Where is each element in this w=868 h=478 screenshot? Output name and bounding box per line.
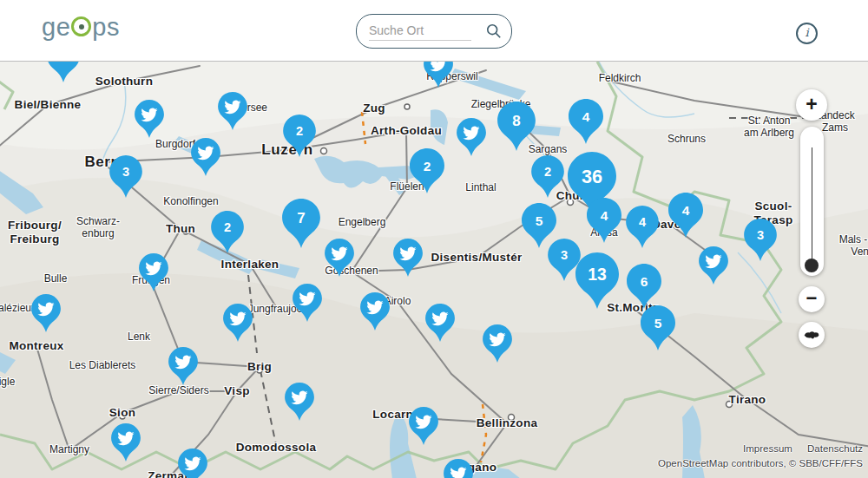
tweet-marker[interactable]	[483, 324, 512, 363]
tweet-marker[interactable]	[135, 100, 164, 138]
tweet-marker[interactable]	[444, 459, 473, 478]
search-input[interactable]	[369, 22, 471, 41]
svg-text:4: 4	[582, 109, 590, 124]
tweet-marker[interactable]	[178, 449, 207, 478]
cluster-marker[interactable]: 2	[283, 115, 316, 157]
geops-logo: ge ps	[42, 16, 120, 42]
svg-text:2: 2	[224, 220, 231, 234]
cluster-marker[interactable]: 2	[531, 155, 564, 198]
tweet-marker[interactable]	[360, 292, 390, 331]
attribution-copyright: OpenStreetMap contributors, © SBB/CFF/FF…	[658, 456, 863, 471]
map-attribution: Impressum Datenschutz OpenStreetMap cont…	[658, 442, 863, 472]
cluster-marker[interactable]: 2	[410, 148, 444, 193]
cluster-marker[interactable]: 4	[569, 99, 603, 144]
attribution-links: Impressum Datenschutz	[658, 442, 863, 456]
datenschutz-link[interactable]: Datenschutz	[807, 443, 863, 454]
marker-layer: 32278242365444313635	[0, 62, 868, 478]
svg-text:13: 13	[588, 265, 607, 284]
zoom-in-button[interactable]: +	[796, 89, 827, 121]
svg-text:3: 3	[122, 165, 129, 179]
tweet-marker[interactable]	[218, 92, 247, 130]
svg-text:4: 4	[639, 215, 647, 229]
search-box	[356, 14, 512, 49]
logo-text-right: ps	[92, 15, 120, 40]
zoom-out-button[interactable]: −	[799, 286, 825, 312]
cluster-marker[interactable]: 4	[587, 198, 621, 243]
app-header: ge ps i	[0, 0, 868, 61]
svg-text:3: 3	[757, 228, 764, 242]
cluster-marker[interactable]	[47, 61, 80, 82]
search-icon[interactable]	[486, 23, 502, 39]
info-icon: i	[805, 26, 808, 39]
tweet-marker[interactable]	[111, 423, 141, 462]
tweet-marker[interactable]	[191, 138, 220, 176]
tweet-marker[interactable]	[293, 284, 322, 322]
app: ge ps i	[0, 0, 868, 478]
tweet-marker[interactable]	[325, 239, 354, 277]
tweet-marker[interactable]	[424, 61, 453, 88]
svg-text:36: 36	[582, 166, 602, 187]
info-button[interactable]: i	[796, 23, 818, 44]
cluster-marker[interactable]: 13	[575, 252, 619, 309]
tweet-marker[interactable]	[31, 294, 61, 332]
impressum-link[interactable]: Impressum	[743, 443, 792, 454]
logo-o-dot	[79, 24, 84, 29]
cluster-marker[interactable]: 6	[627, 264, 661, 309]
tweet-marker[interactable]	[393, 239, 423, 277]
cluster-marker[interactable]: 3	[109, 155, 142, 198]
zoom-slider[interactable]	[800, 127, 824, 276]
logo-text-left: ge	[42, 15, 70, 40]
svg-text:7: 7	[297, 210, 305, 226]
tweet-marker[interactable]	[223, 304, 253, 342]
cluster-marker[interactable]: 8	[497, 101, 536, 151]
svg-text:3: 3	[561, 248, 568, 262]
tweet-marker[interactable]	[285, 383, 314, 421]
svg-text:2: 2	[296, 124, 303, 138]
tweet-marker[interactable]	[457, 118, 486, 156]
logo-o-icon	[71, 16, 91, 36]
zoom-slider-track-line	[812, 147, 812, 259]
cluster-marker[interactable]: 5	[641, 305, 675, 350]
tweet-marker[interactable]	[409, 407, 438, 445]
map: SolothurnBiel/BienneBernBurgdorfKonolfin…	[0, 61, 868, 478]
svg-text:2: 2	[424, 159, 431, 174]
cluster-marker[interactable]: 2	[211, 211, 244, 253]
fit-switzerland-button[interactable]	[799, 322, 825, 348]
cluster-marker[interactable]: 3	[744, 219, 777, 261]
zoom-slider-handle[interactable]	[805, 259, 819, 272]
svg-text:5: 5	[536, 213, 543, 228]
svg-text:8: 8	[512, 113, 520, 129]
switzerland-outline-icon	[803, 329, 820, 341]
svg-text:5: 5	[654, 316, 662, 331]
cluster-marker[interactable]: 7	[282, 199, 320, 248]
svg-text:6: 6	[641, 274, 648, 289]
cluster-marker[interactable]: 4	[626, 206, 659, 248]
svg-text:4: 4	[601, 208, 608, 223]
svg-text:4: 4	[682, 203, 690, 218]
tweet-marker[interactable]	[168, 347, 198, 385]
tweet-marker[interactable]	[699, 246, 728, 285]
tweet-marker[interactable]	[425, 304, 455, 342]
tweet-marker[interactable]	[139, 253, 168, 291]
cluster-marker[interactable]: 4	[668, 193, 703, 238]
svg-text:2: 2	[544, 165, 551, 179]
